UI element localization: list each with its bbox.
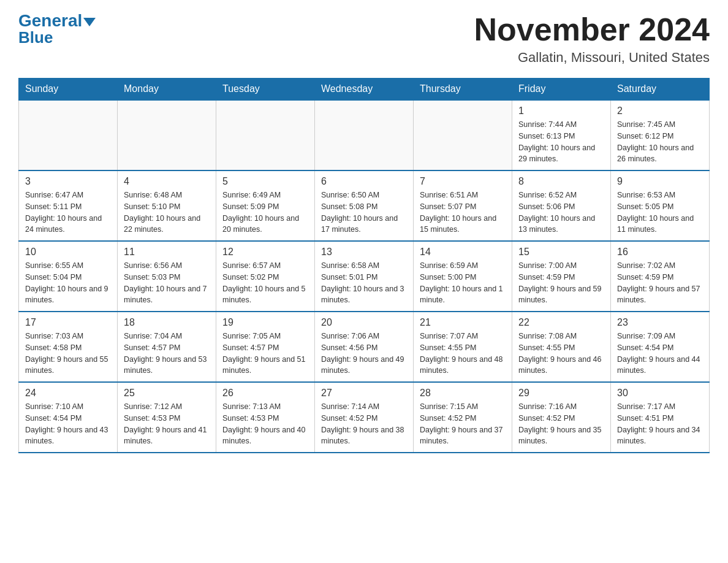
calendar-cell: 10Sunrise: 6:55 AMSunset: 5:04 PMDayligh… (19, 241, 118, 312)
day-number: 15 (518, 247, 604, 258)
calendar-cell: 11Sunrise: 6:56 AMSunset: 5:03 PMDayligh… (118, 241, 216, 312)
calendar-cell: 27Sunrise: 7:14 AMSunset: 4:52 PMDayligh… (315, 382, 414, 453)
month-title: November 2024 (474, 12, 710, 47)
day-info: Sunrise: 7:15 AMSunset: 4:52 PMDaylight:… (420, 401, 506, 447)
calendar-cell: 4Sunrise: 6:48 AMSunset: 5:10 PMDaylight… (118, 170, 216, 241)
day-number: 29 (518, 388, 604, 399)
day-number: 7 (420, 176, 506, 187)
day-info: Sunrise: 6:53 AMSunset: 5:05 PMDaylight:… (617, 190, 703, 236)
day-info: Sunrise: 7:04 AMSunset: 4:57 PMDaylight:… (124, 331, 210, 377)
day-info: Sunrise: 6:59 AMSunset: 5:00 PMDaylight:… (420, 260, 506, 306)
day-number: 2 (617, 105, 703, 117)
calendar-week-row: 17Sunrise: 7:03 AMSunset: 4:58 PMDayligh… (19, 312, 710, 382)
calendar-week-row: 24Sunrise: 7:10 AMSunset: 4:54 PMDayligh… (19, 382, 710, 453)
day-number: 20 (321, 317, 407, 328)
calendar-cell: 7Sunrise: 6:51 AMSunset: 5:07 PMDaylight… (414, 170, 512, 241)
calendar-cell: 22Sunrise: 7:08 AMSunset: 4:55 PMDayligh… (512, 312, 611, 382)
calendar-cell (315, 100, 414, 170)
day-number: 4 (124, 176, 210, 187)
day-info: Sunrise: 6:51 AMSunset: 5:07 PMDaylight:… (420, 190, 506, 236)
day-number: 8 (518, 176, 604, 187)
day-number: 14 (420, 247, 506, 258)
calendar-cell: 14Sunrise: 6:59 AMSunset: 5:00 PMDayligh… (414, 241, 512, 312)
logo: General Blue (18, 12, 96, 45)
calendar-cell: 25Sunrise: 7:12 AMSunset: 4:53 PMDayligh… (118, 382, 216, 453)
day-info: Sunrise: 7:00 AMSunset: 4:59 PMDaylight:… (518, 260, 604, 306)
calendar-week-row: 1Sunrise: 7:44 AMSunset: 6:13 PMDaylight… (19, 100, 710, 170)
day-number: 30 (617, 388, 703, 399)
day-info: Sunrise: 7:45 AMSunset: 6:12 PMDaylight:… (617, 119, 703, 165)
calendar-cell: 16Sunrise: 7:02 AMSunset: 4:59 PMDayligh… (611, 241, 710, 312)
day-number: 18 (124, 317, 210, 328)
calendar-cell: 15Sunrise: 7:00 AMSunset: 4:59 PMDayligh… (512, 241, 611, 312)
day-info: Sunrise: 7:44 AMSunset: 6:13 PMDaylight:… (518, 119, 604, 165)
day-number: 26 (222, 388, 308, 399)
day-info: Sunrise: 6:50 AMSunset: 5:08 PMDaylight:… (321, 190, 407, 236)
day-info: Sunrise: 7:05 AMSunset: 4:57 PMDaylight:… (222, 331, 308, 377)
calendar-cell: 30Sunrise: 7:17 AMSunset: 4:51 PMDayligh… (611, 382, 710, 453)
calendar-week-row: 10Sunrise: 6:55 AMSunset: 5:04 PMDayligh… (19, 241, 710, 312)
day-number: 22 (518, 317, 604, 328)
calendar-week-row: 3Sunrise: 6:47 AMSunset: 5:11 PMDaylight… (19, 170, 710, 241)
day-info: Sunrise: 7:12 AMSunset: 4:53 PMDaylight:… (124, 401, 210, 447)
day-info: Sunrise: 6:47 AMSunset: 5:11 PMDaylight:… (25, 190, 111, 236)
day-number: 1 (518, 105, 604, 117)
calendar-cell: 5Sunrise: 6:49 AMSunset: 5:09 PMDaylight… (216, 170, 315, 241)
calendar-cell: 23Sunrise: 7:09 AMSunset: 4:54 PMDayligh… (611, 312, 710, 382)
weekday-header-wednesday: Wednesday (315, 79, 414, 101)
weekday-header-saturday: Saturday (611, 79, 710, 101)
day-number: 9 (617, 176, 703, 187)
location-text: Gallatin, Missouri, United States (474, 50, 710, 66)
day-info: Sunrise: 6:56 AMSunset: 5:03 PMDaylight:… (124, 260, 210, 306)
day-info: Sunrise: 6:55 AMSunset: 5:04 PMDaylight:… (25, 260, 111, 306)
day-number: 12 (222, 247, 308, 258)
day-info: Sunrise: 7:08 AMSunset: 4:55 PMDaylight:… (518, 331, 604, 377)
calendar-cell: 9Sunrise: 6:53 AMSunset: 5:05 PMDaylight… (611, 170, 710, 241)
day-number: 3 (25, 176, 111, 187)
weekday-header-sunday: Sunday (19, 79, 118, 101)
day-info: Sunrise: 7:02 AMSunset: 4:59 PMDaylight:… (617, 260, 703, 306)
day-number: 21 (420, 317, 506, 328)
calendar-cell: 21Sunrise: 7:07 AMSunset: 4:55 PMDayligh… (414, 312, 512, 382)
day-info: Sunrise: 7:13 AMSunset: 4:53 PMDaylight:… (222, 401, 308, 447)
calendar-cell: 20Sunrise: 7:06 AMSunset: 4:56 PMDayligh… (315, 312, 414, 382)
calendar-cell: 19Sunrise: 7:05 AMSunset: 4:57 PMDayligh… (216, 312, 315, 382)
day-info: Sunrise: 6:52 AMSunset: 5:06 PMDaylight:… (518, 190, 604, 236)
day-number: 6 (321, 176, 407, 187)
day-number: 25 (124, 388, 210, 399)
calendar-cell: 1Sunrise: 7:44 AMSunset: 6:13 PMDaylight… (512, 100, 611, 170)
weekday-header-row: SundayMondayTuesdayWednesdayThursdayFrid… (19, 79, 710, 101)
day-number: 11 (124, 247, 210, 258)
day-info: Sunrise: 7:03 AMSunset: 4:58 PMDaylight:… (25, 331, 111, 377)
calendar-table: SundayMondayTuesdayWednesdayThursdayFrid… (18, 78, 710, 453)
day-info: Sunrise: 7:09 AMSunset: 4:54 PMDaylight:… (617, 331, 703, 377)
calendar-cell (19, 100, 118, 170)
weekday-header-monday: Monday (118, 79, 216, 101)
day-info: Sunrise: 6:58 AMSunset: 5:01 PMDaylight:… (321, 260, 407, 306)
day-number: 16 (617, 247, 703, 258)
logo-general-text: General (18, 11, 82, 30)
logo-blue-text: Blue (18, 29, 53, 45)
calendar-cell: 18Sunrise: 7:04 AMSunset: 4:57 PMDayligh… (118, 312, 216, 382)
day-number: 19 (222, 317, 308, 328)
weekday-header-thursday: Thursday (414, 79, 512, 101)
calendar-cell: 2Sunrise: 7:45 AMSunset: 6:12 PMDaylight… (611, 100, 710, 170)
day-number: 24 (25, 388, 111, 399)
day-number: 17 (25, 317, 111, 328)
calendar-cell: 29Sunrise: 7:16 AMSunset: 4:52 PMDayligh… (512, 382, 611, 453)
weekday-header-tuesday: Tuesday (216, 79, 315, 101)
day-number: 28 (420, 388, 506, 399)
calendar-cell: 12Sunrise: 6:57 AMSunset: 5:02 PMDayligh… (216, 241, 315, 312)
day-number: 13 (321, 247, 407, 258)
calendar-cell: 3Sunrise: 6:47 AMSunset: 5:11 PMDaylight… (19, 170, 118, 241)
calendar-cell (414, 100, 512, 170)
weekday-header-friday: Friday (512, 79, 611, 101)
calendar-cell: 28Sunrise: 7:15 AMSunset: 4:52 PMDayligh… (414, 382, 512, 453)
day-info: Sunrise: 6:49 AMSunset: 5:09 PMDaylight:… (222, 190, 308, 236)
calendar-cell: 8Sunrise: 6:52 AMSunset: 5:06 PMDaylight… (512, 170, 611, 241)
day-info: Sunrise: 7:17 AMSunset: 4:51 PMDaylight:… (617, 401, 703, 447)
calendar-cell: 13Sunrise: 6:58 AMSunset: 5:01 PMDayligh… (315, 241, 414, 312)
calendar-cell (216, 100, 315, 170)
day-info: Sunrise: 7:07 AMSunset: 4:55 PMDaylight:… (420, 331, 506, 377)
calendar-cell (118, 100, 216, 170)
